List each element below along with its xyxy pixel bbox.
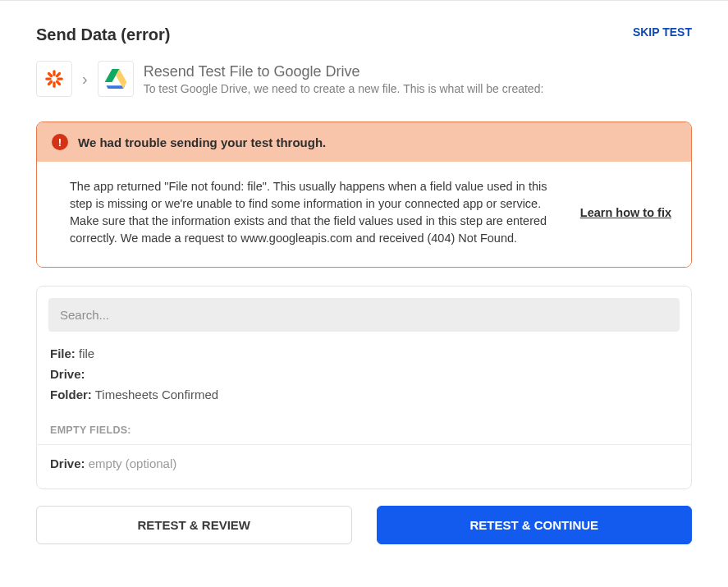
field-label: Drive: [50, 456, 85, 470]
error-body: The app returned "File not found: file".… [37, 162, 691, 267]
fields-box: File: file Drive: Folder: Timesheets Con… [36, 286, 692, 489]
search-input[interactable] [48, 298, 680, 332]
zapier-app-icon [36, 61, 72, 97]
retest-continue-button[interactable]: RETEST & CONTINUE [377, 506, 693, 544]
field-value: Timesheets Confirmed [95, 388, 218, 401]
divider [37, 444, 691, 445]
svg-rect-0 [53, 70, 55, 76]
svg-rect-1 [53, 81, 55, 88]
svg-rect-4 [55, 71, 62, 78]
error-title: We had trouble sending your test through… [78, 135, 326, 149]
empty-fields-header: EMPTY FIELDS: [50, 424, 680, 436]
field-value: empty (optional) [89, 456, 177, 470]
app-subtitle: To test Google Drive, we need to create … [144, 82, 544, 95]
retest-review-button[interactable]: RETEST & REVIEW [36, 506, 352, 544]
error-icon: ! [52, 134, 68, 150]
svg-rect-5 [47, 80, 53, 86]
field-row-file: File: file [48, 346, 680, 360]
error-header: ! We had trouble sending your test throu… [37, 122, 691, 162]
field-row-folder: Folder: Timesheets Confirmed [48, 388, 680, 401]
svg-rect-2 [45, 77, 52, 80]
app-title: Resend Test File to Google Drive [144, 63, 544, 80]
skip-test-link[interactable]: SKIP TEST [633, 25, 692, 39]
app-row: › Resend Test File to Google Drive To te… [36, 61, 692, 97]
button-row: RETEST & REVIEW RETEST & CONTINUE [36, 506, 692, 544]
app-text: Resend Test File to Google Drive To test… [144, 63, 544, 95]
error-box: ! We had trouble sending your test throu… [36, 122, 692, 268]
page-title: Send Data (error) [36, 25, 170, 44]
svg-rect-3 [57, 77, 63, 80]
header-row: Send Data (error) SKIP TEST [36, 25, 692, 44]
field-label: Drive: [50, 367, 85, 381]
empty-field-row-drive: Drive: empty (optional) [48, 456, 680, 470]
google-drive-app-icon [98, 61, 134, 97]
chevron-right-icon: › [82, 70, 88, 89]
learn-how-to-fix-link[interactable]: Learn how to fix [580, 206, 671, 219]
zapier-icon [43, 68, 65, 89]
main-container: Send Data (error) SKIP TEST › [0, 1, 728, 544]
field-row-drive: Drive: [48, 367, 680, 381]
field-value: file [79, 346, 94, 360]
error-message: The app returned "File not found: file".… [70, 178, 562, 247]
svg-rect-7 [55, 80, 62, 86]
google-drive-icon [104, 69, 127, 89]
field-label: Folder: [50, 388, 92, 401]
svg-rect-6 [47, 71, 53, 78]
field-label: File: [50, 346, 76, 360]
